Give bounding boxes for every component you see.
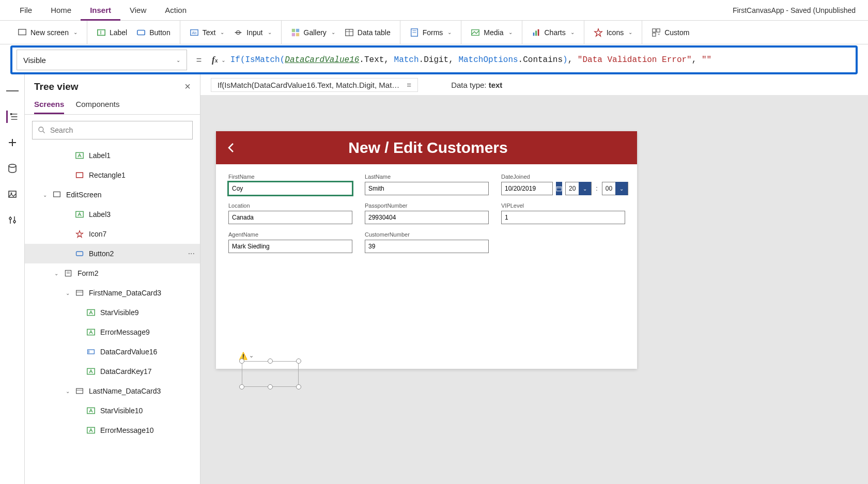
gallery-icon [291, 28, 300, 37]
tree-node-label3[interactable]: Label3 [25, 205, 200, 224]
svg-point-37 [39, 127, 43, 132]
rect-icon [75, 171, 85, 179]
tree-search-input[interactable]: Search [32, 121, 193, 139]
tree-node-lastname_datacard3[interactable]: ⌄LastName_DataCard3 [25, 381, 200, 401]
tree-node-label: Button2 [89, 249, 114, 258]
chevron-down-icon[interactable]: ⌄ [249, 352, 254, 359]
menu-view[interactable]: View [120, 0, 156, 21]
svg-point-36 [13, 221, 16, 223]
caret-icon[interactable]: ⌄ [53, 271, 60, 276]
tree-node-label: DataCardKey17 [100, 367, 152, 376]
tree-node-label: Label1 [89, 151, 111, 160]
tree-node-icon7[interactable]: Icon7 [25, 224, 200, 244]
svg-rect-44 [76, 252, 83, 256]
screen-icon [18, 28, 27, 37]
label-icon [87, 426, 96, 434]
tree-node-datacardkey17[interactable]: DataCardKey17 [25, 362, 200, 381]
hamburger-icon[interactable] [6, 85, 19, 97]
insert-datatable-button[interactable]: Data table [345, 28, 391, 37]
tab-components[interactable]: Components [75, 97, 119, 114]
chevron-down-icon: ⌄ [579, 182, 591, 195]
tree-node-editscreen[interactable]: ⌄EditScreen [25, 185, 200, 205]
label-icon [87, 407, 96, 415]
menu-action[interactable]: Action [156, 0, 196, 21]
firstname-input[interactable] [228, 182, 352, 195]
tab-screens[interactable]: Screens [34, 97, 64, 114]
advanced-tools-icon[interactable] [6, 214, 19, 226]
svg-rect-11 [296, 33, 299, 36]
label-icon [75, 210, 85, 218]
label-icon [87, 367, 96, 376]
media-rail-icon[interactable] [6, 188, 19, 200]
insert-forms-dropdown[interactable]: Forms⌄ [410, 28, 452, 37]
insert-rail-icon[interactable] [6, 136, 19, 149]
datejoined-input[interactable] [501, 182, 553, 195]
field-firstname: FirstName [228, 174, 352, 195]
hour-select[interactable]: 20 ⌄ [565, 182, 592, 195]
insert-button-button[interactable]: Button [136, 28, 170, 37]
tree-node-errormessage9[interactable]: ErrorMessage9 [25, 322, 200, 342]
tree-node-starvisible10[interactable]: StarVisible10 [25, 401, 200, 420]
tree-node-rectangle1[interactable]: Rectangle1 [25, 165, 200, 185]
equals-sign: = [191, 55, 207, 66]
insert-charts-dropdown[interactable]: Charts⌄ [532, 28, 575, 37]
close-icon[interactable]: × [184, 81, 191, 92]
svg-point-32 [10, 193, 12, 194]
insert-media-dropdown[interactable]: Media⌄ [471, 28, 512, 37]
property-selector[interactable]: Visible ⌄ [17, 50, 187, 70]
new-screen-button[interactable]: New screen⌄ [18, 28, 78, 37]
calendar-icon[interactable] [556, 182, 562, 195]
insert-gallery-dropdown[interactable]: Gallery⌄ [291, 28, 335, 37]
svg-rect-10 [291, 33, 295, 36]
tree-view-icon[interactable] [6, 111, 19, 123]
button-icon [136, 28, 146, 37]
svg-rect-24 [657, 28, 660, 32]
tree-node-label: ErrorMessage9 [100, 328, 150, 336]
menu-home[interactable]: Home [41, 0, 81, 21]
customernumber-input[interactable] [365, 240, 489, 253]
menu-insert[interactable]: Insert [81, 0, 120, 21]
formula-result-bar: If(IsMatch(DataCardValue16.Text, Match.D… [200, 74, 868, 95]
minute-select[interactable]: 00 ⌄ [602, 182, 628, 195]
tree-node-firstname_datacard3[interactable]: ⌄FirstName_DataCard3 [25, 283, 200, 303]
insert-input-dropdown[interactable]: Input⌄ [234, 28, 271, 37]
tree-view-title: Tree view [34, 81, 79, 92]
more-icon[interactable]: ··· [188, 249, 195, 258]
svg-rect-0 [19, 29, 26, 35]
insert-label-button[interactable]: Label [97, 28, 127, 37]
fx-button[interactable]: fx ⌄ [207, 55, 230, 65]
caret-icon[interactable]: ⌄ [64, 388, 71, 394]
field-lastname: LastName [365, 174, 489, 195]
viplevel-input[interactable] [501, 211, 625, 224]
location-input[interactable] [228, 211, 352, 224]
tree-node-label: Icon7 [89, 230, 106, 238]
tree-node-starvisible9[interactable]: StarVisible9 [25, 303, 200, 322]
tree-node-datacardvalue16[interactable]: DataCardValue16 [25, 342, 200, 362]
svg-rect-9 [296, 28, 299, 32]
tree-node-label: FirstName_DataCard3 [89, 289, 161, 297]
form-icon [64, 269, 73, 277]
insert-custom-dropdown[interactable]: + Custom [652, 28, 689, 37]
canvas-area[interactable]: New / Edit Customers FirstName LastName … [200, 95, 868, 484]
passport-input[interactable] [365, 211, 489, 224]
formula-input[interactable]: If(IsMatch(DataCardValue16.Text, Match.D… [230, 55, 856, 65]
tree-node-button2[interactable]: Button2··· [25, 244, 200, 263]
tree-node-label1[interactable]: Label1 [25, 146, 200, 165]
tree-node-form2[interactable]: ⌄Form2 [25, 263, 200, 283]
tree-node-errormessage10[interactable]: ErrorMessage10 [25, 420, 200, 440]
screen-title: New / Edit Customers [228, 139, 628, 157]
button2-selected[interactable]: ⚠️ ⌄ [242, 361, 299, 387]
svg-rect-19 [533, 33, 534, 36]
caret-icon[interactable]: ⌄ [64, 290, 71, 296]
lastname-input[interactable] [365, 182, 489, 195]
chevron-down-icon: ⌄ [221, 57, 225, 63]
data-rail-icon[interactable] [6, 162, 19, 175]
agentname-input[interactable] [228, 240, 352, 253]
insert-text-dropdown[interactable]: Ab Text⌄ [190, 28, 225, 37]
custom-icon: + [652, 28, 661, 37]
insert-icons-dropdown[interactable]: Icons⌄ [594, 28, 632, 37]
svg-rect-20 [535, 30, 537, 36]
tree-node-label: Form2 [78, 269, 98, 277]
caret-icon[interactable]: ⌄ [41, 192, 49, 198]
menu-file[interactable]: File [10, 0, 41, 21]
